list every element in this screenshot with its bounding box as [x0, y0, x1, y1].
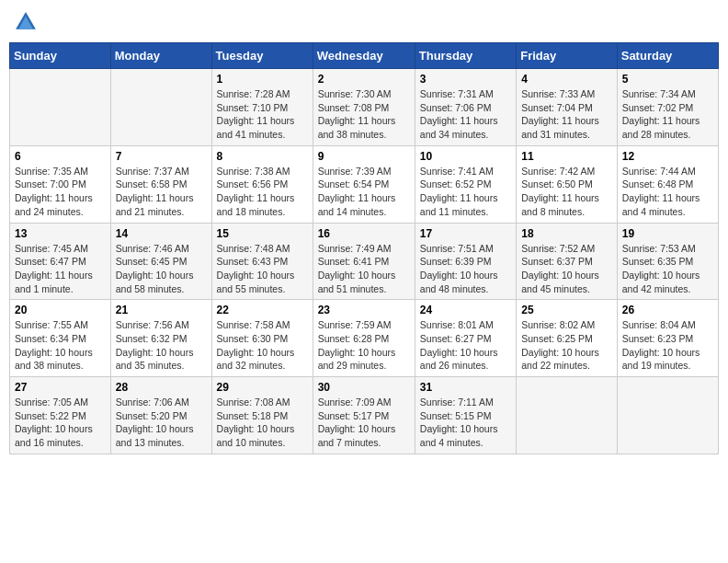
logo: [13, 9, 42, 35]
day-number: 15: [217, 227, 308, 240]
day-number: 24: [420, 304, 511, 316]
day-number: 29: [217, 381, 308, 394]
calendar-cell: 5Sunrise: 7:34 AM Sunset: 7:02 PM Daylig…: [617, 69, 718, 146]
calendar-cell: 26Sunrise: 8:04 AM Sunset: 6:23 PM Dayli…: [617, 300, 718, 377]
calendar-cell: [517, 377, 618, 454]
day-number: 27: [15, 381, 106, 394]
day-info: Sunrise: 7:59 AM Sunset: 6:28 PM Dayligh…: [318, 318, 410, 373]
day-info: Sunrise: 7:55 AM Sunset: 6:34 PM Dayligh…: [15, 318, 106, 373]
calendar-cell: 17Sunrise: 7:51 AM Sunset: 6:39 PM Dayli…: [415, 223, 516, 300]
day-info: Sunrise: 7:35 AM Sunset: 7:00 PM Dayligh…: [15, 165, 106, 219]
calendar-week-row: 27Sunrise: 7:05 AM Sunset: 5:22 PM Dayli…: [10, 377, 719, 454]
day-info: Sunrise: 7:39 AM Sunset: 6:54 PM Dayligh…: [318, 165, 410, 219]
day-number: 16: [318, 227, 410, 240]
calendar-cell: 13Sunrise: 7:45 AM Sunset: 6:47 PM Dayli…: [10, 223, 111, 300]
day-info: Sunrise: 7:09 AM Sunset: 5:17 PM Dayligh…: [318, 396, 410, 450]
calendar-cell: 16Sunrise: 7:49 AM Sunset: 6:41 PM Dayli…: [313, 223, 415, 300]
day-number: 17: [420, 227, 511, 240]
calendar-cell: 6Sunrise: 7:35 AM Sunset: 7:00 PM Daylig…: [10, 145, 111, 223]
column-header-friday: Friday: [517, 43, 618, 69]
calendar-cell: [617, 377, 718, 454]
day-number: 12: [622, 150, 713, 163]
day-number: 25: [521, 304, 612, 316]
day-info: Sunrise: 7:38 AM Sunset: 6:56 PM Dayligh…: [217, 165, 308, 219]
day-number: 3: [420, 73, 511, 86]
day-number: 22: [217, 304, 308, 316]
calendar-cell: 10Sunrise: 7:41 AM Sunset: 6:52 PM Dayli…: [415, 145, 516, 223]
logo-icon: [13, 9, 39, 35]
day-info: Sunrise: 7:41 AM Sunset: 6:52 PM Dayligh…: [420, 165, 511, 219]
calendar-week-row: 20Sunrise: 7:55 AM Sunset: 6:34 PM Dayli…: [10, 300, 719, 377]
column-header-thursday: Thursday: [415, 43, 516, 69]
calendar-cell: 30Sunrise: 7:09 AM Sunset: 5:17 PM Dayli…: [313, 377, 415, 454]
day-info: Sunrise: 8:01 AM Sunset: 6:27 PM Dayligh…: [420, 318, 511, 373]
day-number: 8: [217, 150, 308, 163]
page-header: [9, 9, 719, 35]
day-number: 5: [622, 73, 713, 86]
day-number: 1: [217, 73, 308, 86]
calendar-header-row: SundayMondayTuesdayWednesdayThursdayFrid…: [10, 43, 719, 69]
calendar-cell: [10, 69, 111, 146]
calendar-cell: 19Sunrise: 7:53 AM Sunset: 6:35 PM Dayli…: [617, 223, 718, 300]
day-info: Sunrise: 7:48 AM Sunset: 6:43 PM Dayligh…: [217, 242, 308, 296]
day-info: Sunrise: 7:44 AM Sunset: 6:48 PM Dayligh…: [622, 165, 713, 219]
calendar-week-row: 1Sunrise: 7:28 AM Sunset: 7:10 PM Daylig…: [10, 69, 719, 146]
day-info: Sunrise: 7:06 AM Sunset: 5:20 PM Dayligh…: [116, 396, 207, 450]
day-info: Sunrise: 7:31 AM Sunset: 7:06 PM Dayligh…: [420, 87, 511, 142]
day-info: Sunrise: 7:33 AM Sunset: 7:04 PM Dayligh…: [521, 87, 612, 142]
calendar-cell: 21Sunrise: 7:56 AM Sunset: 6:32 PM Dayli…: [110, 300, 211, 377]
calendar-cell: 15Sunrise: 7:48 AM Sunset: 6:43 PM Dayli…: [211, 223, 313, 300]
calendar-cell: 9Sunrise: 7:39 AM Sunset: 6:54 PM Daylig…: [313, 145, 415, 223]
calendar-cell: 29Sunrise: 7:08 AM Sunset: 5:18 PM Dayli…: [211, 377, 313, 454]
day-info: Sunrise: 7:11 AM Sunset: 5:15 PM Dayligh…: [420, 396, 511, 450]
calendar-cell: 4Sunrise: 7:33 AM Sunset: 7:04 PM Daylig…: [517, 69, 618, 146]
day-number: 4: [521, 73, 612, 86]
calendar-cell: 20Sunrise: 7:55 AM Sunset: 6:34 PM Dayli…: [10, 300, 111, 377]
calendar-cell: 28Sunrise: 7:06 AM Sunset: 5:20 PM Dayli…: [110, 377, 211, 454]
day-info: Sunrise: 7:53 AM Sunset: 6:35 PM Dayligh…: [622, 242, 713, 296]
day-number: 9: [318, 150, 410, 163]
day-number: 23: [318, 304, 410, 316]
day-info: Sunrise: 8:04 AM Sunset: 6:23 PM Dayligh…: [622, 318, 713, 373]
day-info: Sunrise: 8:02 AM Sunset: 6:25 PM Dayligh…: [521, 318, 612, 373]
day-info: Sunrise: 7:34 AM Sunset: 7:02 PM Dayligh…: [622, 87, 713, 142]
day-info: Sunrise: 7:52 AM Sunset: 6:37 PM Dayligh…: [521, 242, 612, 296]
day-number: 7: [116, 150, 207, 163]
calendar-cell: 8Sunrise: 7:38 AM Sunset: 6:56 PM Daylig…: [211, 145, 313, 223]
calendar-cell: 18Sunrise: 7:52 AM Sunset: 6:37 PM Dayli…: [517, 223, 618, 300]
day-number: 11: [521, 150, 612, 163]
calendar-cell: 24Sunrise: 8:01 AM Sunset: 6:27 PM Dayli…: [415, 300, 516, 377]
calendar-cell: 12Sunrise: 7:44 AM Sunset: 6:48 PM Dayli…: [617, 145, 718, 223]
calendar-cell: 25Sunrise: 8:02 AM Sunset: 6:25 PM Dayli…: [517, 300, 618, 377]
day-number: 6: [15, 150, 106, 163]
day-info: Sunrise: 7:37 AM Sunset: 6:58 PM Dayligh…: [116, 165, 207, 219]
day-number: 19: [622, 227, 713, 240]
calendar-cell: 31Sunrise: 7:11 AM Sunset: 5:15 PM Dayli…: [415, 377, 516, 454]
column-header-sunday: Sunday: [10, 43, 111, 69]
calendar-cell: 1Sunrise: 7:28 AM Sunset: 7:10 PM Daylig…: [211, 69, 313, 146]
calendar-cell: 27Sunrise: 7:05 AM Sunset: 5:22 PM Dayli…: [10, 377, 111, 454]
day-info: Sunrise: 7:08 AM Sunset: 5:18 PM Dayligh…: [217, 396, 308, 450]
day-number: 30: [318, 381, 410, 394]
calendar-cell: [110, 69, 211, 146]
day-number: 28: [116, 381, 207, 394]
column-header-wednesday: Wednesday: [313, 43, 415, 69]
calendar-cell: 11Sunrise: 7:42 AM Sunset: 6:50 PM Dayli…: [517, 145, 618, 223]
calendar-table: SundayMondayTuesdayWednesdayThursdayFrid…: [9, 42, 719, 454]
calendar-week-row: 6Sunrise: 7:35 AM Sunset: 7:00 PM Daylig…: [10, 145, 719, 223]
day-number: 10: [420, 150, 511, 163]
calendar-cell: 3Sunrise: 7:31 AM Sunset: 7:06 PM Daylig…: [415, 69, 516, 146]
day-info: Sunrise: 7:49 AM Sunset: 6:41 PM Dayligh…: [318, 242, 410, 296]
column-header-monday: Monday: [110, 43, 211, 69]
column-header-tuesday: Tuesday: [211, 43, 313, 69]
calendar-cell: 7Sunrise: 7:37 AM Sunset: 6:58 PM Daylig…: [110, 145, 211, 223]
calendar-cell: 23Sunrise: 7:59 AM Sunset: 6:28 PM Dayli…: [313, 300, 415, 377]
day-number: 21: [116, 304, 207, 316]
day-info: Sunrise: 7:58 AM Sunset: 6:30 PM Dayligh…: [217, 318, 308, 373]
calendar-cell: 22Sunrise: 7:58 AM Sunset: 6:30 PM Dayli…: [211, 300, 313, 377]
calendar-cell: 2Sunrise: 7:30 AM Sunset: 7:08 PM Daylig…: [313, 69, 415, 146]
day-info: Sunrise: 7:05 AM Sunset: 5:22 PM Dayligh…: [15, 396, 106, 450]
column-header-saturday: Saturday: [617, 43, 718, 69]
calendar-cell: 14Sunrise: 7:46 AM Sunset: 6:45 PM Dayli…: [110, 223, 211, 300]
day-info: Sunrise: 7:28 AM Sunset: 7:10 PM Dayligh…: [217, 87, 308, 142]
